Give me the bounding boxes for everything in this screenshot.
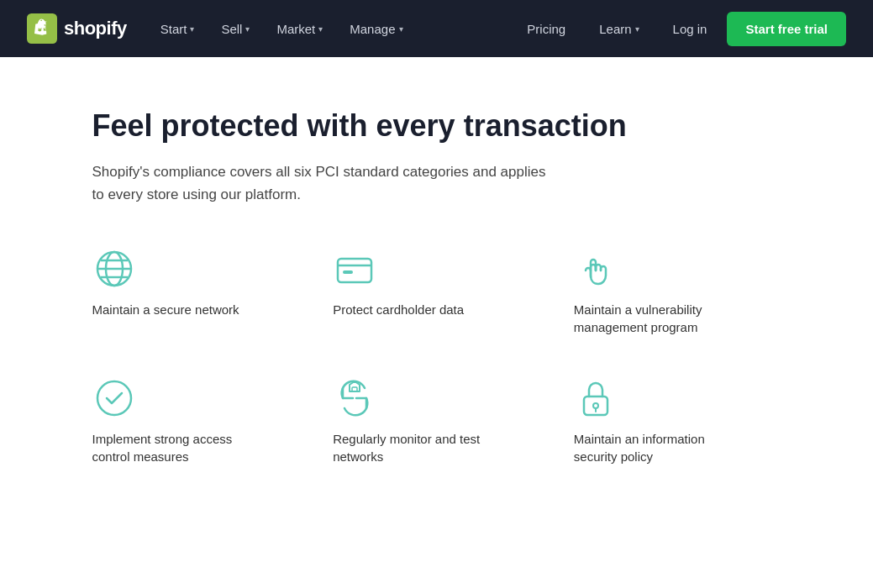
logo-text: shopify [64, 18, 127, 39]
feature-secure-network: Maintain a secure network [92, 247, 300, 336]
hand-icon [574, 247, 618, 291]
chevron-down-icon: ▾ [245, 24, 250, 34]
page-title: Feel protected with every transaction [92, 108, 781, 144]
chevron-down-icon: ▾ [399, 24, 403, 34]
feature-monitor-networks: Regularly monitor and test networks [333, 376, 540, 465]
chevron-down-icon: ▾ [190, 24, 194, 34]
refresh-icon [333, 376, 376, 420]
logo-icon [27, 13, 57, 44]
nav-item-pricing[interactable]: Pricing [513, 0, 579, 57]
start-trial-button[interactable]: Start free trial [727, 12, 846, 46]
feature-label: Maintain a secure network [92, 301, 244, 318]
logo-link[interactable]: shopify [27, 13, 127, 44]
lock-icon [574, 376, 618, 420]
check-circle-icon [92, 376, 136, 420]
nav-item-sell[interactable]: Sell ▾ [208, 0, 263, 57]
main-content: Feel protected with every transaction Sh… [59, 57, 815, 516]
feature-label: Regularly monitor and test networks [333, 430, 484, 465]
feature-access-control: Implement strong access control measures [92, 376, 300, 465]
chevron-down-icon: ▾ [635, 24, 639, 34]
feature-cardholder: Protect cardholder data [333, 247, 540, 336]
svg-rect-6 [338, 259, 371, 282]
svg-rect-8 [343, 270, 353, 274]
chevron-down-icon: ▾ [318, 24, 323, 34]
feature-label: Maintain an information security policy [574, 430, 725, 465]
feature-label: Maintain a vulnerability management prog… [574, 301, 725, 336]
feature-grid: Maintain a secure network Protect cardho… [92, 247, 781, 465]
svg-rect-10 [352, 387, 357, 391]
nav-right: Pricing Learn ▾ Log in Start free trial [513, 0, 846, 57]
card-icon [333, 247, 376, 291]
svg-point-9 [97, 381, 131, 415]
feature-security-policy: Maintain an information security policy [574, 376, 781, 465]
feature-label: Implement strong access control measures [92, 430, 244, 465]
navbar: shopify Start ▾ Sell ▾ Market ▾ Manage ▾… [0, 0, 873, 57]
login-link[interactable]: Log in [660, 0, 721, 57]
nav-links: Start ▾ Sell ▾ Market ▾ Manage ▾ [147, 0, 514, 57]
nav-item-manage[interactable]: Manage ▾ [336, 0, 416, 57]
feature-vulnerability: Maintain a vulnerability management prog… [574, 247, 781, 336]
page-description: Shopify's compliance covers all six PCI … [92, 160, 546, 206]
globe-icon [92, 247, 136, 291]
nav-item-market[interactable]: Market ▾ [263, 0, 336, 57]
nav-item-start[interactable]: Start ▾ [147, 0, 208, 57]
nav-item-learn[interactable]: Learn ▾ [586, 0, 652, 57]
feature-label: Protect cardholder data [333, 301, 484, 318]
